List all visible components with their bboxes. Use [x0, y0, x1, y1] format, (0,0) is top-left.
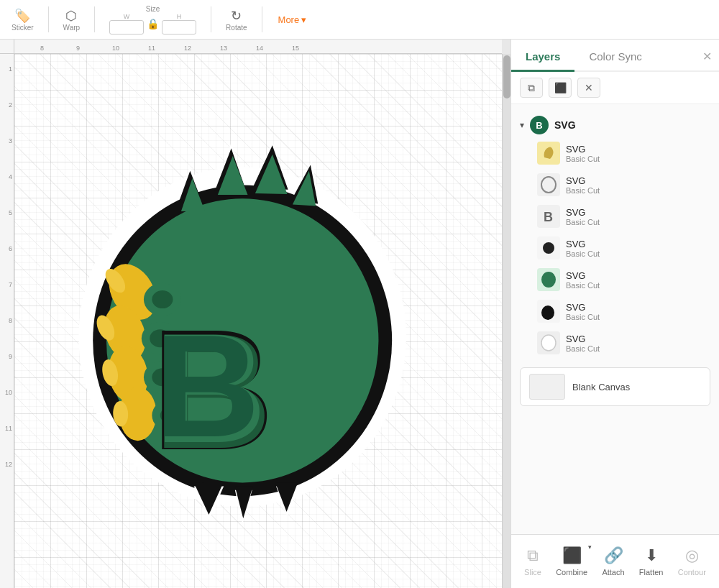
layer-thumb-1: [537, 142, 560, 165]
flatten-button[interactable]: ⬇ Flatten: [632, 542, 671, 581]
layer-info-4: SVG Basic Cut: [566, 239, 600, 258]
ruler-tick-14: 14: [256, 45, 263, 52]
contour-label: Contour: [678, 568, 706, 576]
flatten-icon: ⬇: [645, 546, 658, 565]
warp-tool[interactable]: ⬡ Warp: [59, 8, 85, 32]
layer-info-6: SVG Basic Cut: [566, 302, 600, 321]
layer-thumb-5: [537, 268, 560, 291]
width-input[interactable]: [109, 20, 144, 35]
list-item[interactable]: SVG Basic Cut: [534, 264, 710, 295]
list-item[interactable]: SVG Basic Cut: [534, 232, 710, 264]
list-item[interactable]: SVG Basic Cut: [534, 327, 710, 359]
contour-button[interactable]: ◎ Contour: [671, 542, 713, 581]
layers-list[interactable]: ▾ B SVG SVG Basic Cut: [511, 104, 719, 534]
separator-4: [262, 6, 262, 32]
panel-close-icon[interactable]: ✕: [702, 50, 712, 63]
svg-point-43: [543, 242, 554, 254]
slice-button[interactable]: ⧉ Slice: [517, 542, 549, 581]
layer-thumb-2: [537, 173, 560, 196]
combine-button[interactable]: ⬛ Combine ▾: [549, 542, 595, 581]
warp-icon: ⬡: [65, 8, 77, 24]
width-field: W: [109, 13, 144, 35]
rotate-icon: ↻: [231, 8, 242, 24]
width-label: W: [124, 13, 130, 20]
layer-actions: ⧉ ⬛ ✕: [511, 72, 719, 104]
layer-group-svg: ▾ B SVG SVG Basic Cut: [511, 110, 719, 362]
layer-info-5: SVG Basic Cut: [566, 270, 600, 290]
slice-label: Slice: [524, 568, 541, 576]
layer-info-7: SVG Basic Cut: [566, 334, 600, 353]
layer-name-2: SVG: [566, 175, 600, 186]
ruler-corner: [0, 40, 14, 54]
layer-group-name: SVG: [554, 119, 576, 131]
panel-bottom-toolbar: ⧉ Slice ⬛ Combine ▾ 🔗 Attach ⬇ Flatten ◎…: [511, 534, 719, 588]
sticker-icon: 🏷️: [14, 8, 30, 24]
height-field: H: [162, 13, 196, 35]
layer-info-1: SVG Basic Cut: [566, 144, 600, 163]
layer-info-2: SVG Basic Cut: [566, 175, 600, 195]
ruler-tick-v-9: 9: [9, 353, 12, 360]
layer-action-delete[interactable]: ✕: [577, 78, 600, 98]
attach-label: Attach: [602, 568, 624, 576]
height-label: H: [177, 13, 182, 20]
height-input[interactable]: [162, 20, 196, 35]
rotate-label: Rotate: [226, 24, 247, 32]
layer-action-copy[interactable]: ⧉: [520, 78, 543, 98]
blank-canvas-item[interactable]: Blank Canvas: [520, 367, 710, 406]
list-item[interactable]: SVG Basic Cut: [534, 295, 710, 327]
sticker-label: Sticker: [12, 24, 34, 32]
tab-color-sync[interactable]: Color Sync: [574, 50, 656, 72]
svg-point-41: [541, 177, 556, 193]
layer-group-header[interactable]: ▾ B SVG: [520, 113, 710, 137]
svg-text:B: B: [155, 304, 260, 467]
ruler-tick-8: 8: [40, 45, 44, 52]
layer-type-1: Basic Cut: [566, 155, 600, 163]
lock-icon[interactable]: 🔒: [147, 18, 159, 29]
svg-text:B: B: [544, 210, 553, 224]
list-item[interactable]: SVG Basic Cut: [534, 169, 710, 201]
layer-type-5: Basic Cut: [566, 281, 600, 290]
svg-point-45: [541, 306, 554, 320]
blank-canvas-thumb: [529, 374, 565, 400]
more-label: More: [278, 14, 300, 25]
layer-info-3: SVG Basic Cut: [566, 207, 600, 226]
ruler-tick-v-3: 3: [9, 137, 12, 144]
list-item[interactable]: B SVG Basic Cut: [534, 201, 710, 232]
contour-icon: ◎: [685, 546, 699, 565]
ruler-tick-v-7: 7: [9, 281, 12, 288]
ruler-top: 8 9 10 11 12 13 14 15: [14, 40, 502, 54]
main-area: 8 9 10 11 12 13 14 15 1 2 3 4 5 6 7 8 9 …: [0, 40, 719, 588]
layer-type-3: Basic Cut: [566, 218, 600, 226]
ruler-tick-10: 10: [112, 45, 119, 52]
combine-icon: ⬛: [562, 546, 582, 565]
layer-type-4: Basic Cut: [566, 249, 600, 258]
ruler-tick-v-5: 5: [9, 209, 12, 216]
layer-type-6: Basic Cut: [566, 313, 600, 321]
layer-name-1: SVG: [566, 144, 600, 155]
sticker-tool[interactable]: 🏷️ Sticker: [7, 8, 38, 32]
combine-dropdown-icon: ▾: [588, 543, 592, 551]
svg-point-44: [541, 272, 556, 288]
canvas-logo: B B B B: [52, 120, 426, 523]
ruler-tick-v-6: 6: [9, 245, 12, 252]
tab-layers[interactable]: Layers: [511, 50, 574, 72]
scrollbar-thumb[interactable]: [503, 55, 510, 98]
layer-name-4: SVG: [566, 239, 600, 249]
flatten-label: Flatten: [639, 568, 664, 576]
layer-thumb-3: B: [537, 205, 560, 228]
ruler-tick-13: 13: [220, 45, 227, 52]
canvas-grid[interactable]: B B B B: [14, 54, 502, 588]
list-item[interactable]: SVG Basic Cut: [534, 137, 710, 169]
panel-tabs: Layers Color Sync ✕: [511, 40, 719, 72]
combine-label: Combine: [556, 568, 587, 576]
scrollbar-right[interactable]: [502, 54, 510, 588]
size-tool: Size W 🔒 H: [105, 5, 201, 35]
separator-1: [48, 6, 49, 32]
layer-action-paste[interactable]: ⬛: [549, 78, 572, 98]
attach-button[interactable]: 🔗 Attach: [595, 542, 631, 581]
rotate-tool[interactable]: ↻ Rotate: [221, 8, 251, 32]
more-button[interactable]: More ▾: [273, 12, 313, 28]
more-arrow-icon: ▾: [301, 14, 306, 25]
ruler-tick-v-4: 4: [9, 173, 12, 180]
canvas-area[interactable]: 8 9 10 11 12 13 14 15 1 2 3 4 5 6 7 8 9 …: [0, 40, 510, 588]
